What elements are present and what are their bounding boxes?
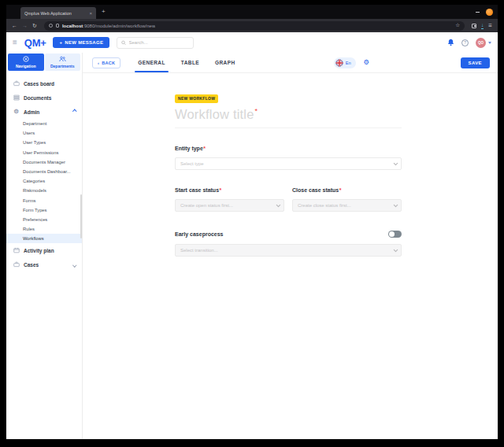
save-button[interactable]: SAVE — [461, 57, 491, 68]
sidebar-item-activity-plan[interactable]: Activity plan — [6, 243, 82, 257]
browser-tabstrip: Qmplus Web Application × + — [6, 5, 498, 19]
url-text: localhost:9080/module/admin/workflow/new — [62, 24, 155, 28]
chevron-down-icon — [393, 248, 397, 252]
browser-tab[interactable]: Qmplus Web Application × — [20, 7, 96, 19]
sidebar-item-form-types[interactable]: Form Types — [6, 205, 82, 215]
compass-icon — [23, 56, 29, 62]
transition-select[interactable]: Select transition... — [175, 244, 402, 257]
new-workflow-badge: NEW WORKFLOW — [175, 94, 218, 103]
main-content: ‹ BACK GENERAL TABLE GRAPH — [83, 53, 498, 439]
window-controls — [476, 9, 498, 16]
sidebar-item-admin[interactable]: ⚙ Admin — [6, 105, 82, 119]
desktop: Qmplus Web Application × + ← → ↻ localho… — [0, 0, 504, 447]
language-label: En — [346, 61, 351, 65]
workflow-form: NEW WORKFLOW Workflow title* Entity type… — [83, 73, 498, 439]
workflow-title-input[interactable]: Workflow title* — [175, 107, 402, 128]
refresh-icon[interactable]: ↻ — [32, 23, 37, 28]
tab-general[interactable]: GENERAL — [130, 53, 173, 72]
minimize-icon[interactable] — [476, 12, 480, 13]
browser-toolbar: ← → ↻ localhost:9080/module/admin/workfl… — [6, 19, 498, 32]
close-case-status-select[interactable]: Create close status first... — [292, 199, 402, 212]
sidebar-item-riskmodels[interactable]: Riskmodels — [6, 186, 82, 195]
tab-table[interactable]: TABLE — [173, 53, 207, 72]
sidebar-item-user-types[interactable]: User Types — [6, 138, 82, 147]
sidebar-item-department[interactable]: Department — [6, 119, 82, 128]
new-message-label: NEW MESSAGE — [65, 40, 103, 45]
sidebar-item-cases[interactable]: Cases — [6, 257, 82, 272]
tab-close-icon[interactable]: × — [89, 11, 92, 16]
required-marker: * — [255, 107, 258, 115]
app-logo[interactable]: QM+ — [24, 37, 46, 49]
chevron-down-icon — [393, 203, 397, 207]
chevron-left-icon: ‹ — [98, 61, 99, 65]
chevron-down-icon — [276, 203, 280, 207]
help-icon[interactable]: ? — [461, 39, 469, 46]
sidebar-item-preferences[interactable]: Preferences — [6, 215, 82, 224]
back-button[interactable]: ‹ BACK — [92, 57, 120, 68]
sidebar-tab-navigation[interactable]: Navigation — [8, 54, 44, 71]
user-menu[interactable]: QO — [476, 38, 491, 48]
people-icon — [59, 56, 66, 62]
briefcase-icon — [13, 80, 20, 87]
content-tabs: GENERAL TABLE GRAPH — [130, 53, 243, 72]
chevron-down-icon — [393, 161, 397, 165]
entity-type-select[interactable]: Select type — [175, 157, 402, 170]
plus-icon: + — [59, 40, 62, 45]
chevron-down-icon — [488, 42, 491, 44]
sidebar-scrollbar[interactable] — [80, 194, 82, 238]
url-path: :9080/module/admin/workflow/new — [83, 24, 155, 28]
sidebar-item-user-permissions[interactable]: User Permissions — [6, 148, 82, 157]
content-toolbar: ‹ BACK GENERAL TABLE GRAPH — [83, 53, 498, 73]
downloads-icon[interactable]: ↓ — [481, 23, 484, 29]
uk-flag-icon — [335, 59, 343, 67]
sidebar-item-cases-board[interactable]: Cases board — [6, 76, 82, 91]
start-case-status-select[interactable]: Create open status first... — [175, 199, 284, 212]
entity-type-label: Entity type* — [175, 146, 402, 151]
calendar-icon — [13, 247, 20, 253]
settings-gear-icon[interactable]: ⚙ — [364, 59, 370, 66]
avatar[interactable]: QO — [476, 38, 486, 48]
forward-icon: → — [22, 23, 28, 28]
sidebar-item-documents-dashboard[interactable]: Documents Dashboar... — [6, 167, 82, 176]
qmplus-app: ≡ QM+ + NEW MESSAGE ? QO — [6, 32, 498, 439]
app-menu-icon[interactable]: ≡ — [13, 39, 17, 46]
early-caseprocess-toggle[interactable] — [388, 231, 402, 238]
extensions-icon[interactable] — [472, 24, 476, 28]
notifications-bell-icon[interactable] — [447, 39, 454, 46]
page-icon — [56, 24, 59, 28]
sidebar-item-workflows[interactable]: Workflows — [6, 234, 82, 243]
global-search[interactable] — [117, 37, 194, 49]
close-case-status-label: Close case status* — [292, 187, 402, 193]
sidebar: Navigation Departments Cases board — [6, 53, 83, 439]
browser-menu-icon[interactable]: ≡ — [488, 23, 492, 29]
url-bar[interactable]: localhost:9080/module/admin/workflow/new… — [44, 21, 465, 31]
new-message-button[interactable]: + NEW MESSAGE — [53, 37, 109, 48]
search-input[interactable] — [129, 40, 190, 45]
site-info-icon[interactable] — [49, 24, 53, 28]
chevron-down-icon — [72, 263, 76, 267]
tab-title: Qmplus Web Application — [24, 11, 87, 16]
search-icon — [121, 40, 126, 46]
sidebar-item-documents-manager[interactable]: Documents Manager — [6, 157, 82, 167]
sidebar-item-forms[interactable]: Forms — [6, 196, 82, 205]
start-case-status-label: Start case status* — [175, 187, 284, 193]
sidebar-tabs: Navigation Departments — [6, 53, 82, 72]
language-selector[interactable]: En — [334, 57, 356, 68]
chevron-up-icon — [72, 110, 76, 114]
gear-icon: ⚙ — [13, 109, 20, 115]
browser-window: Qmplus Web Application × + ← → ↻ localho… — [6, 5, 498, 439]
bookmark-star-icon[interactable]: ☆ — [455, 23, 460, 28]
back-icon[interactable]: ← — [12, 23, 17, 28]
app-body: Navigation Departments Cases board — [6, 53, 498, 439]
profile-icon[interactable] — [486, 9, 493, 16]
sidebar-item-categories[interactable]: Categories — [6, 176, 82, 186]
sidebar-nav: Cases board Documents ⚙ Admin Department — [6, 72, 82, 272]
new-tab-icon[interactable]: + — [102, 5, 106, 19]
tab-graph[interactable]: GRAPH — [207, 53, 243, 72]
sidebar-item-rules[interactable]: Rules — [6, 224, 82, 234]
workflow-title-placeholder: Workflow title — [175, 107, 254, 121]
briefcase-icon — [13, 261, 20, 268]
sidebar-tab-departments[interactable]: Departments — [45, 54, 81, 71]
sidebar-item-documents[interactable]: Documents — [6, 91, 82, 105]
sidebar-item-users[interactable]: Users — [6, 128, 82, 138]
